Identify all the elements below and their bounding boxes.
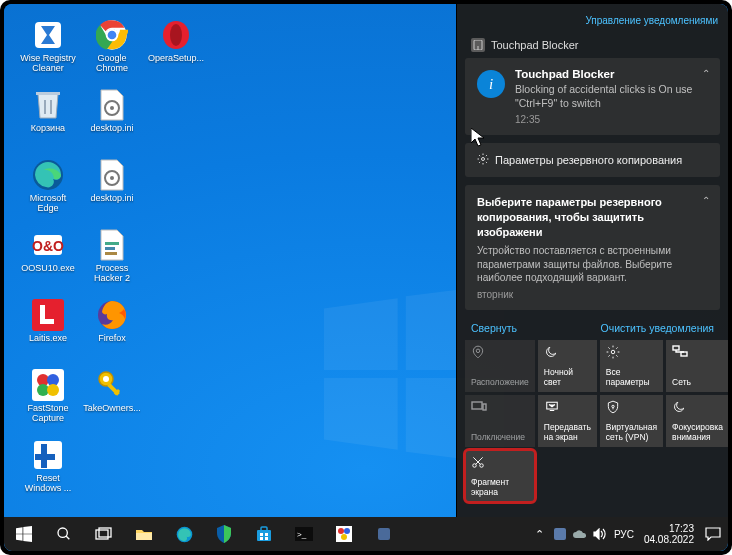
ini-icon [95,88,129,122]
desktop-icon-label: Firefox [98,334,126,344]
svg-point-28 [103,376,109,382]
desktop-icon-reset[interactable]: Reset Windows ... [18,436,78,500]
taskbar-app-generic[interactable] [364,517,404,551]
start-button[interactable] [4,517,44,551]
desktop-icon-ph[interactable]: Process Hacker 2 [82,226,142,290]
reset-icon [31,438,65,472]
svg-rect-18 [32,299,64,331]
desktop-icon-firefox[interactable]: Firefox [82,296,142,360]
project-icon [544,400,591,416]
quick-action-nightlight[interactable]: Ночной свет [538,340,597,392]
desktop-icon-label: Корзина [31,124,65,134]
action-center-button[interactable] [700,517,726,551]
clock-date: 04.08.2022 [644,534,694,546]
key-icon [95,368,129,402]
taskbar-app-edge[interactable] [164,517,204,551]
quick-action-connect[interactable]: Полключение [465,395,535,447]
collapse-chevron-icon[interactable]: ⌃ [702,68,710,79]
notification-body-text: Blocking of accidental clicks is On use … [515,82,708,110]
svg-point-26 [47,384,59,396]
svg-text:O&O: O&O [32,238,64,254]
edge-icon [31,158,65,192]
svg-point-3 [107,30,118,41]
svg-rect-16 [105,247,115,250]
svg-rect-56 [265,537,268,540]
tray-onedrive-icon[interactable] [570,517,590,551]
taskbar-app-faststone[interactable] [324,517,364,551]
language-indicator[interactable]: РУС [610,529,638,540]
connect-icon [471,400,529,416]
quick-action-location[interactable]: Расположение [465,340,535,392]
clock-time: 17:23 [644,523,694,535]
svg-point-35 [476,349,480,353]
manage-notifications-link[interactable]: Управление уведомлениями [585,15,718,26]
desktop-icon-oo[interactable]: O&OOOSU10.exe [18,226,78,290]
quick-action-label: Все параметры [606,368,657,387]
tray-overflow-chevron-icon[interactable]: ⌃ [530,517,550,551]
desktop-icon-label: Process Hacker 2 [84,264,140,284]
svg-rect-19 [40,305,45,321]
settings-icon [606,345,657,361]
desktop-icon-key[interactable]: TakeOwners... [82,366,142,430]
svg-point-5 [170,24,182,46]
tray-volume-icon[interactable] [590,517,610,551]
svg-rect-54 [265,533,268,536]
desktop-icon-opera[interactable]: OperaSetup... [146,16,206,80]
notification-touchpad-blocker[interactable]: ⌃ i Touchpad Blocker Blocking of acciden… [465,58,720,135]
svg-rect-48 [99,528,111,537]
svg-rect-49 [136,533,152,540]
quick-action-vpn[interactable]: Виртуальная сеть (VPN) [600,395,663,447]
firefox-icon [95,298,129,332]
svg-rect-6 [44,100,46,114]
network-icon [672,345,723,361]
taskbar-app-explorer[interactable] [124,517,164,551]
task-view-button[interactable] [84,517,124,551]
quick-action-settings[interactable]: Все параметры [600,340,663,392]
quick-action-label: Фрагмент экрана [471,478,529,497]
svg-point-9 [110,106,114,110]
snip-icon [471,455,529,471]
notification-title: Touchpad Blocker [515,68,708,80]
notification-backup-prompt[interactable]: ⌃ Выберите параметры резервного копирова… [465,185,720,310]
desktop-icon-ini[interactable]: desktop.ini [82,156,142,220]
desktop-icon-chrome[interactable]: Google Chrome [82,16,142,80]
backup-notification-text: Устройство поставляется с встроенными па… [477,244,708,285]
svg-rect-47 [96,530,108,539]
quick-action-snip[interactable]: Фрагмент экрана [465,450,535,502]
desktop-icon-app-blue[interactable]: Wise Registry Cleaner [18,16,78,80]
svg-text:>_: >_ [297,530,307,539]
svg-point-12 [110,176,114,180]
quick-action-label: Передавать на экран [544,423,591,442]
desktop-icon-bin[interactable]: Корзина [18,86,78,150]
desktop-icon-ini[interactable]: desktop.ini [82,86,142,150]
taskbar-app-security[interactable] [204,517,244,551]
info-badge-icon: i [477,70,505,98]
desktop-icon-label: Google Chrome [84,54,140,74]
desktop-icon-label: OperaSetup... [148,54,204,64]
collapse-chevron-icon[interactable]: ⌃ [702,195,710,206]
search-button[interactable] [44,517,84,551]
notification-backup-settings-header[interactable]: Параметры резервного копирования [465,143,720,177]
quick-action-label: Фокусировка внимания [672,423,723,442]
taskbar-clock[interactable]: 17:23 04.08.2022 [638,523,700,546]
quick-action-project[interactable]: Передавать на экран [538,395,597,447]
notification-timestamp: 12:35 [515,114,708,125]
taskbar-app-terminal[interactable]: >_ [284,517,324,551]
quick-action-focus[interactable]: Фокусировка внимания [666,395,728,447]
faststone-icon [31,368,65,402]
desktop-icon-faststone[interactable]: FastStone Capture [18,366,78,430]
svg-point-61 [344,528,350,534]
taskbar-app-store[interactable] [244,517,284,551]
app-blue-icon [31,18,65,52]
desktop-icon-label: TakeOwners... [83,404,141,414]
clear-notifications-link[interactable]: Очистить уведомления [601,322,714,334]
desktop-icon-laitis[interactable]: Laitis.exe [18,296,78,360]
tray-app-icon[interactable] [550,517,570,551]
desktop-icon-label: Wise Registry Cleaner [20,54,76,74]
focus-icon [672,400,723,416]
desktop-icon-edge[interactable]: Microsoft Edge [18,156,78,220]
backup-notification-title: Выберите параметры резервного копировани… [477,195,708,240]
quick-action-network[interactable]: Сеть [666,340,728,392]
collapse-link[interactable]: Свернуть [471,322,517,334]
notification-app-header: Touchpad Blocker [457,34,728,58]
